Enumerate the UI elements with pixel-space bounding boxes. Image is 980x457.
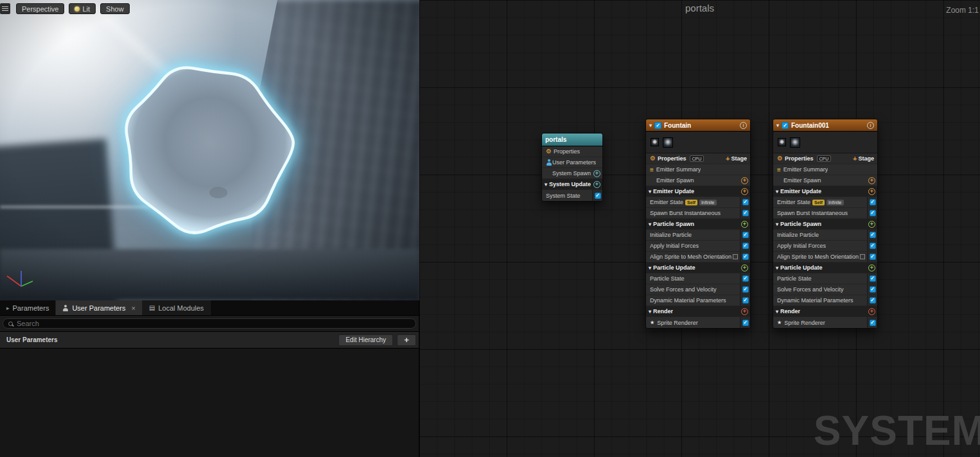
stack-row-spawn-burst-instantaneous[interactable]: Spawn Burst Instantaneous✓ <box>773 208 877 219</box>
emitter-node-fountain[interactable]: ▾ ✓ Fountain i ⚙ Properties CPU + Stage … <box>645 119 751 329</box>
collapse-arrow-icon[interactable]: ▾ <box>545 182 547 187</box>
collapse-arrow-icon[interactable]: ▾ <box>776 265 778 271</box>
collapse-arrow-icon[interactable]: ▾ <box>776 189 778 194</box>
system-overview-graph[interactable]: portals Zoom 1:1 SYSTEM portals ⚙Propert… <box>419 0 980 457</box>
collapse-arrow-icon[interactable]: ▾ <box>649 265 651 271</box>
module-enabled-checkbox[interactable]: ✓ <box>870 232 876 238</box>
module-enabled-checkbox[interactable]: ✓ <box>742 297 749 304</box>
stack-row-render[interactable]: ▾Render+ <box>646 306 750 317</box>
system-node-header[interactable]: portals <box>542 134 602 146</box>
stack-row-emitter-state[interactable]: Emitter StateSelfInfinite✓ <box>773 197 877 208</box>
emitter-node-fountain001[interactable]: ▾ ✓ Fountain001 i ⚙ Properties CPU + Sta… <box>773 119 878 329</box>
viewport-menu-icon[interactable] <box>0 3 10 14</box>
info-icon[interactable]: i <box>740 122 747 129</box>
module-enabled-checkbox[interactable]: ✓ <box>742 243 749 249</box>
system-node-portals[interactable]: portals ⚙PropertiesUser ParametersSystem… <box>541 133 603 202</box>
add-module-icon[interactable]: + <box>868 188 875 195</box>
stack-row-emitter-update[interactable]: ▾Emitter Update+ <box>646 186 750 197</box>
add-module-icon[interactable]: + <box>593 170 600 177</box>
stack-row-align-sprite-to-mesh-orientation[interactable]: Align Sprite to Mesh Orientation✓ <box>773 252 877 263</box>
show-button[interactable]: Show <box>100 3 130 14</box>
stack-row-emitter-update[interactable]: ▾Emitter Update+ <box>773 186 877 197</box>
module-enabled-checkbox[interactable]: ✓ <box>742 320 749 326</box>
stack-row-align-sprite-to-mesh-orientation[interactable]: Align Sprite to Mesh Orientation✓ <box>646 252 750 263</box>
collapse-arrow-icon[interactable]: ▾ <box>776 309 778 315</box>
add-stage-button[interactable]: + Stage <box>853 155 874 162</box>
module-enabled-checkbox[interactable]: ✓ <box>742 199 749 205</box>
stack-row-initialize-particle[interactable]: Initialize Particle✓ <box>646 230 750 241</box>
module-enabled-checkbox[interactable]: ✓ <box>870 199 876 205</box>
stack-row-properties[interactable]: ⚙ Properties CPU + Stage <box>646 153 750 164</box>
stack-row-properties[interactable]: ⚙Properties <box>542 146 602 157</box>
search-input[interactable]: Search <box>3 318 416 329</box>
add-module-icon[interactable]: + <box>868 308 875 315</box>
stack-row-particle-update[interactable]: ▾Particle Update+ <box>773 263 877 273</box>
module-enabled-checkbox[interactable]: ✓ <box>742 275 749 282</box>
module-enabled-checkbox[interactable]: ✓ <box>870 254 876 260</box>
stack-row-spawn-burst-instantaneous[interactable]: Spawn Burst Instantaneous✓ <box>646 208 750 219</box>
add-module-icon[interactable]: + <box>741 221 748 228</box>
add-parameter-button[interactable]: + <box>397 334 416 346</box>
stack-row-system-state[interactable]: System State✓ <box>542 190 602 201</box>
module-enabled-checkbox[interactable]: ✓ <box>595 193 601 199</box>
module-enabled-checkbox[interactable]: ✓ <box>870 320 876 326</box>
cpu-badge[interactable]: CPU <box>817 155 832 162</box>
stack-row-system-update[interactable]: ▾System Update+ <box>542 179 602 190</box>
stack-row-system-spawn[interactable]: System Spawn+ <box>542 168 602 179</box>
collapse-arrow-icon[interactable]: ▾ <box>649 309 651 315</box>
stack-row-initialize-particle[interactable]: Initialize Particle✓ <box>773 230 877 241</box>
emitter-enabled-checkbox[interactable]: ✓ <box>654 122 661 129</box>
stack-row-properties[interactable]: ⚙ Properties CPU + Stage <box>773 153 877 164</box>
stack-row-emitter-spawn[interactable]: Emitter Spawn+ <box>773 175 877 186</box>
collapse-arrow-icon[interactable]: ▾ <box>649 189 651 194</box>
stack-row-emitter-state[interactable]: Emitter StateSelfInfinite✓ <box>646 197 750 208</box>
stack-row-dynamic-material-parameters[interactable]: Dynamic Material Parameters✓ <box>773 295 877 306</box>
add-module-icon[interactable]: + <box>741 188 748 195</box>
emitter-enabled-checkbox[interactable]: ✓ <box>782 122 789 129</box>
stack-row-sprite-renderer[interactable]: ★Sprite Renderer✓ <box>773 317 877 328</box>
tab-parameters[interactable]: ▸ Parameters <box>0 300 56 315</box>
module-enabled-checkbox[interactable]: ✓ <box>742 254 749 260</box>
stack-row-solve-forces-and-velocity[interactable]: Solve Forces and Velocity✓ <box>773 284 877 295</box>
stack-row-particle-update[interactable]: ▾Particle Update+ <box>646 263 750 273</box>
stack-row-particle-spawn[interactable]: ▾Particle Spawn+ <box>773 219 877 230</box>
stack-row-particle-spawn[interactable]: ▾Particle Spawn+ <box>646 219 750 230</box>
emitter-header[interactable]: ▾ ✓ Fountain i <box>646 119 750 132</box>
module-enabled-checkbox[interactable]: ✓ <box>742 286 749 293</box>
tab-user-parameters[interactable]: User Parameters × <box>56 300 143 315</box>
stack-row-apply-initial-forces[interactable]: Apply Initial Forces✓ <box>646 241 750 252</box>
stack-row-render[interactable]: ▾Render+ <box>773 306 877 317</box>
preview-viewport[interactable]: Perspective Lit Show <box>0 0 419 300</box>
info-icon[interactable]: i <box>867 122 874 129</box>
stack-row-apply-initial-forces[interactable]: Apply Initial Forces✓ <box>773 241 877 252</box>
stack-row-particle-state[interactable]: Particle State✓ <box>773 273 877 284</box>
module-enabled-checkbox[interactable]: ✓ <box>870 297 876 304</box>
perspective-button[interactable]: Perspective <box>16 3 64 14</box>
collapse-arrow-icon[interactable]: ▾ <box>776 221 778 227</box>
emitter-header[interactable]: ▾ ✓ Fountain001 i <box>773 119 877 132</box>
stack-row-emitter-summary[interactable]: ≡Emitter Summary <box>646 164 750 175</box>
module-enabled-checkbox[interactable]: ✓ <box>742 210 749 216</box>
tab-local-modules[interactable]: ▤ Local Modules <box>143 300 211 315</box>
stack-row-sprite-renderer[interactable]: ★Sprite Renderer✓ <box>646 317 750 328</box>
collapse-arrow-icon[interactable]: ▾ <box>649 123 652 128</box>
stack-row-user-parameters[interactable]: User Parameters <box>542 157 602 168</box>
edit-hierarchy-button[interactable]: Edit Hierarchy <box>338 334 393 346</box>
module-enabled-checkbox[interactable]: ✓ <box>870 275 876 282</box>
stack-row-solve-forces-and-velocity[interactable]: Solve Forces and Velocity✓ <box>646 284 750 295</box>
lit-button[interactable]: Lit <box>69 3 96 14</box>
add-module-icon[interactable]: + <box>868 264 875 272</box>
add-module-icon[interactable]: + <box>868 221 875 228</box>
stack-row-particle-state[interactable]: Particle State✓ <box>646 273 750 284</box>
add-module-icon[interactable]: + <box>741 177 748 184</box>
stack-row-emitter-summary[interactable]: ≡Emitter Summary <box>773 164 877 175</box>
cpu-badge[interactable]: CPU <box>690 155 704 162</box>
module-enabled-checkbox[interactable]: ✓ <box>870 210 876 216</box>
stack-row-emitter-spawn[interactable]: Emitter Spawn+ <box>646 175 750 186</box>
add-module-icon[interactable]: + <box>741 264 748 272</box>
close-tab-icon[interactable]: × <box>132 304 136 312</box>
add-module-icon[interactable]: + <box>868 177 875 184</box>
add-stage-button[interactable]: + Stage <box>726 155 747 162</box>
module-enabled-checkbox[interactable]: ✓ <box>870 243 876 249</box>
collapse-arrow-icon[interactable]: ▾ <box>649 221 651 227</box>
